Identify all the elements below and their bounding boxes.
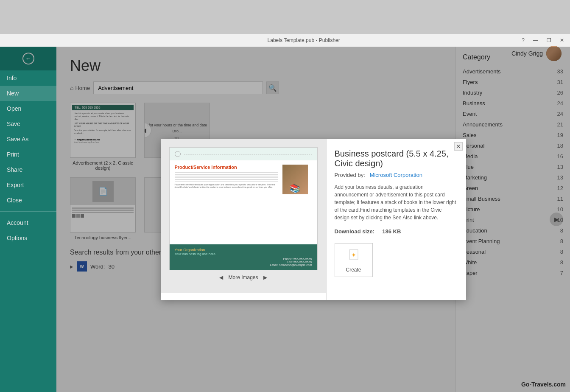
preview-text-col: Product/Service Information Place text h… (175, 165, 278, 194)
preview-line (175, 172, 278, 173)
modal-dialog: ✕ Product/Service Information (161, 139, 466, 300)
modal-overlay: ✕ Product/Service Information (56, 47, 570, 392)
close-btn[interactable]: ✕ (557, 36, 567, 44)
create-label: Create (346, 267, 361, 273)
title-controls: ? — ❐ ✕ (519, 36, 567, 44)
preview-tagline: Your business tag line here. (175, 252, 312, 256)
svg-text:✦: ✦ (351, 252, 356, 258)
modal-separator (326, 139, 327, 300)
modal-provider: Provided by: Microsoft Corporation (335, 172, 458, 178)
create-doc-icon: ✦ (347, 248, 360, 261)
preview-image-col: 📚 (282, 165, 312, 194)
sidebar-item-info[interactable]: Info (0, 70, 56, 86)
modal-preview-card: Product/Service Information Place text h… (169, 147, 318, 270)
sidebar-item-close-label: Close (7, 197, 22, 204)
sidebar-item-open[interactable]: Open (0, 101, 56, 116)
restore-btn[interactable]: ❐ (544, 36, 554, 44)
sidebar-item-account[interactable]: Account (0, 215, 56, 230)
sidebar-item-open-label: Open (7, 105, 21, 112)
preview-dotted-line (184, 154, 312, 154)
sidebar-item-options-label: Options (7, 235, 27, 241)
next-image-btn[interactable]: ▶ (263, 274, 267, 280)
modal-download-label: Download size: (335, 228, 375, 235)
preview-fax: Fax: 555-555-5555 (175, 260, 312, 263)
sidebar-item-print[interactable]: Print (0, 147, 56, 162)
modal-image-nav: ◀ More Images ▶ (169, 270, 318, 285)
modal-body: Product/Service Information Place text h… (161, 139, 466, 293)
preview-footer: Your Organization Your business tag line… (170, 244, 317, 270)
preview-body: Product/Service Information Place text h… (170, 160, 317, 199)
more-images-label: More Images (228, 274, 258, 280)
preview-line (175, 176, 278, 176)
sidebar-item-new[interactable]: New (0, 86, 56, 101)
modal-close-button[interactable]: ✕ (454, 142, 463, 151)
sidebar-item-export-label: Export (7, 182, 24, 188)
modal-provider-link[interactable]: Microsoft Corporation (370, 172, 422, 178)
modal-preview-section: Product/Service Information Place text h… (161, 139, 326, 293)
sidebar-item-save-as[interactable]: Save As (0, 132, 56, 147)
modal-template-title: Business postcard (5.5 x 4.25, Civic des… (335, 149, 458, 168)
sidebar-item-save-as-label: Save As (7, 136, 28, 143)
sidebar-item-share-label: Share (7, 166, 22, 173)
title-bar: Labels Template.pub - Publisher ? — ❐ ✕ (0, 0, 570, 47)
back-button[interactable]: ← (0, 47, 56, 70)
preview-email: Email: someone@example.com (175, 263, 312, 266)
prev-image-btn[interactable]: ◀ (219, 274, 223, 280)
sidebar-item-save-label: Save (7, 120, 20, 127)
preview-line (175, 174, 278, 175)
sidebar-item-export[interactable]: Export (0, 177, 56, 193)
sidebar-item-share[interactable]: Share (0, 162, 56, 177)
preview-line (175, 179, 278, 180)
sidebar-item-account-label: Account (7, 219, 28, 226)
preview-phone: Phone: 555-555-5555 (175, 258, 312, 260)
sidebar-item-info-label: Info (7, 75, 17, 81)
modal-description: Add your business details, a graduation … (335, 183, 458, 221)
preview-body-text: Place text here that introduces your org… (175, 183, 278, 188)
modal-download-size: Download size: 186 KB (335, 228, 458, 235)
preview-circle (175, 151, 181, 157)
create-button[interactable]: ✦ Create (335, 243, 373, 277)
modal-provider-label: Provided by: (335, 172, 365, 178)
sidebar-item-print-label: Print (7, 151, 19, 158)
preview-product-title: Product/Service Information (175, 165, 278, 170)
preview-org-name: Your Organization (175, 248, 312, 252)
create-icon: ✦ (347, 248, 360, 264)
title-text: Labels Template.pub - Publisher (88, 37, 519, 43)
modal-info-section: Business postcard (5.5 x 4.25, Civic des… (326, 139, 466, 293)
modal-download-value: 186 KB (382, 228, 401, 235)
back-icon: ← (22, 53, 34, 64)
sidebar: ← Info New Open Save Save As Print Share… (0, 47, 56, 392)
preview-contact: Phone: 555-555-5555 Fax: 555-555-5555 Em… (175, 258, 312, 266)
minimize-btn[interactable]: — (531, 36, 541, 44)
sidebar-item-save[interactable]: Save (0, 116, 56, 132)
preview-header (170, 148, 317, 160)
help-btn[interactable]: ? (519, 36, 527, 44)
sidebar-item-close[interactable]: Close (0, 193, 56, 208)
preview-line (175, 181, 278, 182)
sidebar-item-options[interactable]: Options (0, 230, 56, 246)
sidebar-divider (0, 211, 56, 212)
sidebar-item-new-label: New (7, 90, 19, 97)
preview-books-image: 📚 (282, 165, 308, 194)
preview-line (175, 177, 278, 178)
main-content: New ⌂ Home 🔍 TEL: 555 555 5555 Use this … (56, 47, 570, 392)
